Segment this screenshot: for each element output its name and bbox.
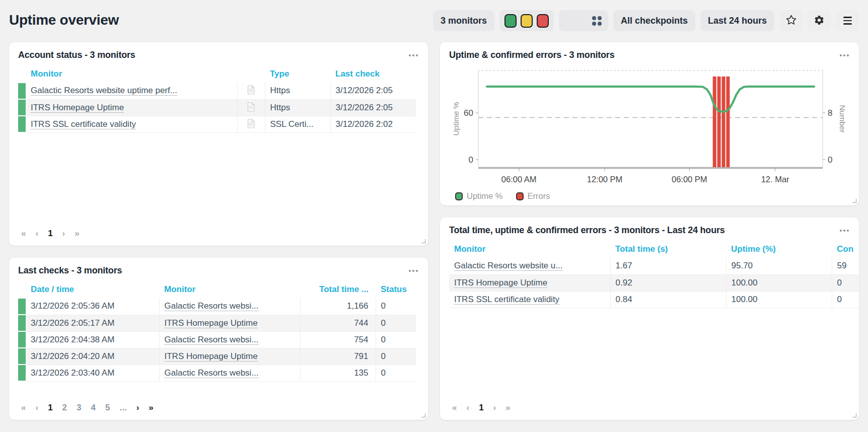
resize-handle[interactable] [421, 239, 425, 243]
page-arrow[interactable]: › [62, 229, 65, 239]
file-text-icon[interactable] [237, 116, 265, 132]
dashboard: Uptime overview 3 monitors All checkpoin… [0, 0, 868, 420]
monitor-link[interactable]: Galactic Resorts website u... [449, 258, 610, 274]
total-time-value: 744 [300, 315, 376, 331]
monitor-link[interactable]: ITRS Homepage Uptime [449, 274, 610, 291]
page-arrow[interactable]: « [21, 229, 26, 239]
page-arrow[interactable]: » [75, 229, 79, 239]
dashboard-header: Uptime overview 3 monitors All checkpoin… [0, 0, 868, 42]
status-value: 0 [376, 331, 416, 348]
page-arrow[interactable]: ‹ [35, 403, 38, 413]
checkpoints-filter-button[interactable]: All checkpoints [613, 10, 695, 31]
column-header-total-time[interactable]: Total time (s) [610, 242, 726, 258]
column-header-uptime[interactable]: Uptime (%) [726, 242, 832, 258]
page-link[interactable]: 4 [91, 403, 96, 413]
page-arrow[interactable]: ‹ [466, 403, 469, 413]
legend-color-chip [516, 192, 524, 200]
menu-button[interactable] [836, 10, 859, 31]
column-header-monitor[interactable]: Monitor [449, 242, 610, 258]
status-indicator [18, 116, 26, 132]
legend-item-uptime[interactable]: Uptime % [455, 191, 503, 201]
page-link[interactable]: 3 [77, 403, 81, 413]
status-colors-button[interactable] [499, 10, 554, 31]
status-value: 0 [376, 315, 416, 331]
resize-handle[interactable] [852, 413, 856, 417]
column-header-total-time[interactable]: Total time ... [300, 282, 376, 298]
panel-menu-button[interactable] [839, 51, 850, 59]
legend-label: Errors [528, 191, 550, 201]
monitor-link[interactable]: ITRS SSL certificate validity [26, 116, 237, 132]
monitor-link[interactable]: Galactic Resorts websi... [159, 298, 300, 315]
page-arrow[interactable]: » [149, 403, 153, 413]
resize-handle[interactable] [852, 199, 856, 203]
column-header-confirmed[interactable]: Con [832, 242, 859, 258]
column-header-status[interactable]: Status [376, 282, 416, 298]
monitor-link[interactable]: ITRS Homepage Uptime [26, 99, 237, 116]
monitor-type: Https [265, 99, 330, 116]
column-header-last-check[interactable]: Last check [330, 66, 416, 83]
panel-menu-button[interactable] [408, 51, 419, 59]
panel-uptime-chart: Uptime & confirmed errors - 3 monitors 0… [440, 42, 859, 205]
monitors-filter-button[interactable]: 3 monitors [433, 10, 494, 31]
column-header-monitor[interactable]: Monitor [159, 282, 300, 298]
check-datetime: 3/12/2026 2:05:36 AM [26, 298, 159, 315]
table-row: 3/12/2026 2:05:36 AMGalactic Resorts web… [18, 298, 416, 315]
table-row: ITRS SSL certificate validity0.84100.000 [449, 291, 859, 308]
resize-handle[interactable] [421, 413, 425, 417]
monitor-link[interactable]: Galactic Resorts websi... [159, 331, 300, 348]
toolbar: 3 monitors All checkpoints Last 24 hours [433, 10, 859, 31]
total-time-value: 0.84 [610, 291, 726, 308]
settings-button[interactable] [808, 10, 831, 31]
legend-item-errors[interactable]: Errors [516, 191, 550, 201]
status-value: 0 [376, 298, 416, 315]
page-arrow[interactable]: « [452, 403, 457, 413]
period-filter-button[interactable]: Last 24 hours [700, 10, 774, 31]
svg-text:0: 0 [828, 155, 832, 165]
monitor-link[interactable]: ITRS Homepage Uptime [159, 315, 300, 331]
page-arrow[interactable]: » [505, 403, 510, 413]
status-indicator [18, 331, 26, 348]
page-link[interactable]: 2 [62, 403, 67, 413]
last-checks-pagination: «‹12345...›» [21, 403, 154, 413]
page-current[interactable]: 1 [479, 403, 483, 413]
svg-text:06:00 AM: 06:00 AM [501, 175, 537, 184]
panel-account-status: Account status - 3 monitors Monitor Type… [9, 42, 428, 246]
total-time-value: 1,166 [300, 298, 376, 315]
page-link[interactable]: 5 [105, 403, 110, 413]
column-header-type[interactable]: Type [265, 66, 330, 83]
panel-menu-button[interactable] [408, 267, 419, 275]
table-row: Galactic Resorts website uptime perf...H… [18, 83, 416, 99]
table-row: ITRS Homepage UptimeHttps3/12/2026 2:05 [18, 99, 416, 116]
status-value: 0 [376, 348, 416, 365]
status-yellow-chip [521, 14, 533, 28]
last-check-time: 3/12/2026 2:05 [330, 83, 416, 99]
panel-menu-button[interactable] [839, 227, 850, 235]
table-row: 3/12/2026 2:05:17 AMITRS Homepage Uptime… [18, 315, 416, 331]
file-text-icon[interactable] [237, 99, 265, 116]
table-row: 3/12/2026 2:03:40 AMGalactic Resorts web… [18, 365, 416, 381]
status-value: 0 [376, 365, 416, 381]
status-indicator [18, 348, 26, 365]
panel-title: Uptime & confirmed errors - 3 monitors [449, 50, 614, 60]
svg-text:06:00 PM: 06:00 PM [672, 175, 707, 184]
monitor-link[interactable]: Galactic Resorts websi... [159, 365, 300, 381]
page-arrow[interactable]: ‹ [35, 229, 38, 239]
page-arrow[interactable]: › [493, 403, 496, 413]
page-current[interactable]: 1 [48, 403, 52, 413]
favorite-button[interactable] [779, 10, 803, 31]
monitor-link[interactable]: ITRS SSL certificate validity [449, 291, 610, 308]
monitor-link[interactable]: Galactic Resorts website uptime perf... [26, 83, 237, 99]
gear-icon [814, 15, 825, 27]
monitor-link[interactable]: ITRS Homepage Uptime [159, 348, 300, 365]
check-datetime: 3/12/2026 2:04:20 AM [26, 348, 159, 365]
page-arrow[interactable]: › [136, 403, 139, 413]
file-text-icon[interactable] [237, 83, 265, 99]
svg-text:8: 8 [828, 108, 832, 118]
check-datetime: 3/12/2026 2:05:17 AM [26, 315, 159, 331]
column-header-monitor[interactable]: Monitor [26, 66, 237, 83]
column-header-datetime[interactable]: Date / time [26, 282, 159, 298]
layout-grid-button[interactable] [559, 10, 608, 31]
page-link[interactable]: ... [119, 403, 126, 413]
page-current[interactable]: 1 [48, 229, 52, 239]
page-arrow[interactable]: « [21, 403, 26, 413]
